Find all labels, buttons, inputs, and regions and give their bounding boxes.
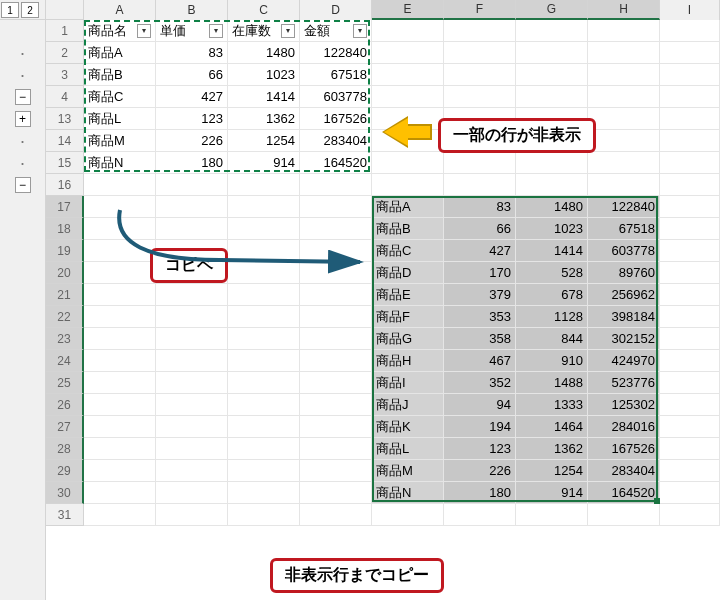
cell-I16[interactable] <box>660 174 720 196</box>
cell-D4[interactable]: 603778 <box>300 86 372 108</box>
cell-H18[interactable]: 67518 <box>588 218 660 240</box>
cell-A4[interactable]: 商品C <box>84 86 156 108</box>
cell-F21[interactable]: 379 <box>444 284 516 306</box>
cell-A17[interactable] <box>84 196 156 218</box>
cell-I13[interactable] <box>660 108 720 130</box>
cell-C2[interactable]: 1480 <box>228 42 300 64</box>
cell-I31[interactable] <box>660 504 720 526</box>
cell-D20[interactable] <box>300 262 372 284</box>
cell-I23[interactable] <box>660 328 720 350</box>
cell-I22[interactable] <box>660 306 720 328</box>
row-header-28[interactable]: 28 <box>46 438 84 460</box>
cell-F27[interactable]: 194 <box>444 416 516 438</box>
cell-A16[interactable] <box>84 174 156 196</box>
row-header-18[interactable]: 18 <box>46 218 84 240</box>
cell-H16[interactable] <box>588 174 660 196</box>
cell-B17[interactable] <box>156 196 228 218</box>
cell-A28[interactable] <box>84 438 156 460</box>
row-header-22[interactable]: 22 <box>46 306 84 328</box>
col-header-D[interactable]: D <box>300 0 372 20</box>
cell-A23[interactable] <box>84 328 156 350</box>
cell-A15[interactable]: 商品N <box>84 152 156 174</box>
cell-H23[interactable]: 302152 <box>588 328 660 350</box>
cell-C27[interactable] <box>228 416 300 438</box>
cell-G15[interactable] <box>516 152 588 174</box>
cell-G20[interactable]: 528 <box>516 262 588 284</box>
cell-D21[interactable] <box>300 284 372 306</box>
cell-H13[interactable] <box>588 108 660 130</box>
filter-dropdown-button[interactable]: ▾ <box>137 24 151 38</box>
cell-C28[interactable] <box>228 438 300 460</box>
cell-C29[interactable] <box>228 460 300 482</box>
cell-E21[interactable]: 商品E <box>372 284 444 306</box>
cell-A19[interactable] <box>84 240 156 262</box>
row-header-2[interactable]: 2 <box>46 42 84 64</box>
row-header-25[interactable]: 25 <box>46 372 84 394</box>
cell-A3[interactable]: 商品B <box>84 64 156 86</box>
col-header-B[interactable]: B <box>156 0 228 20</box>
cell-G16[interactable] <box>516 174 588 196</box>
cell-F24[interactable]: 467 <box>444 350 516 372</box>
row-header-3[interactable]: 3 <box>46 64 84 86</box>
cell-I1[interactable] <box>660 20 720 42</box>
col-header-F[interactable]: F <box>444 0 516 20</box>
row-header-15[interactable]: 15 <box>46 152 84 174</box>
outline-level-2-button[interactable]: 2 <box>21 2 39 18</box>
row-header-17[interactable]: 17 <box>46 196 84 218</box>
cell-E18[interactable]: 商品B <box>372 218 444 240</box>
cell-F25[interactable]: 352 <box>444 372 516 394</box>
col-header-I[interactable]: I <box>660 0 720 20</box>
row-header-16[interactable]: 16 <box>46 174 84 196</box>
cell-B23[interactable] <box>156 328 228 350</box>
cell-B4[interactable]: 427 <box>156 86 228 108</box>
cell-I30[interactable] <box>660 482 720 504</box>
cell-C31[interactable] <box>228 504 300 526</box>
cell-F4[interactable] <box>444 86 516 108</box>
cell-G2[interactable] <box>516 42 588 64</box>
col-header-C[interactable]: C <box>228 0 300 20</box>
table-header-D[interactable]: 金額▾ <box>300 20 372 42</box>
row-header-19[interactable]: 19 <box>46 240 84 262</box>
cell-E23[interactable]: 商品G <box>372 328 444 350</box>
cell-D22[interactable] <box>300 306 372 328</box>
cell-H22[interactable]: 398184 <box>588 306 660 328</box>
cell-F18[interactable]: 66 <box>444 218 516 240</box>
cell-F28[interactable]: 123 <box>444 438 516 460</box>
cell-H20[interactable]: 89760 <box>588 262 660 284</box>
cell-A22[interactable] <box>84 306 156 328</box>
cell-B3[interactable]: 66 <box>156 64 228 86</box>
table-header-A[interactable]: 商品名▾ <box>84 20 156 42</box>
cell-A2[interactable]: 商品A <box>84 42 156 64</box>
cell-E17[interactable]: 商品A <box>372 196 444 218</box>
cell-C18[interactable] <box>228 218 300 240</box>
cell-F20[interactable]: 170 <box>444 262 516 284</box>
cell-C23[interactable] <box>228 328 300 350</box>
cell-E2[interactable] <box>372 42 444 64</box>
cell-F19[interactable]: 427 <box>444 240 516 262</box>
cell-I26[interactable] <box>660 394 720 416</box>
row-header-30[interactable]: 30 <box>46 482 84 504</box>
cell-H25[interactable]: 523776 <box>588 372 660 394</box>
row-header-27[interactable]: 27 <box>46 416 84 438</box>
cell-D16[interactable] <box>300 174 372 196</box>
cell-B18[interactable] <box>156 218 228 240</box>
cell-F29[interactable]: 226 <box>444 460 516 482</box>
cell-H31[interactable] <box>588 504 660 526</box>
cell-G19[interactable]: 1414 <box>516 240 588 262</box>
cell-I17[interactable] <box>660 196 720 218</box>
cell-I14[interactable] <box>660 130 720 152</box>
cell-I19[interactable] <box>660 240 720 262</box>
filter-dropdown-button[interactable]: ▾ <box>353 24 367 38</box>
cell-A24[interactable] <box>84 350 156 372</box>
cell-G21[interactable]: 678 <box>516 284 588 306</box>
select-all-corner[interactable] <box>46 0 84 20</box>
cell-F15[interactable] <box>444 152 516 174</box>
cell-G23[interactable]: 844 <box>516 328 588 350</box>
cell-A27[interactable] <box>84 416 156 438</box>
cell-B29[interactable] <box>156 460 228 482</box>
outline-expand-button[interactable]: + <box>15 111 31 127</box>
cell-F2[interactable] <box>444 42 516 64</box>
cell-C20[interactable] <box>228 262 300 284</box>
cell-D13[interactable]: 167526 <box>300 108 372 130</box>
cell-C17[interactable] <box>228 196 300 218</box>
